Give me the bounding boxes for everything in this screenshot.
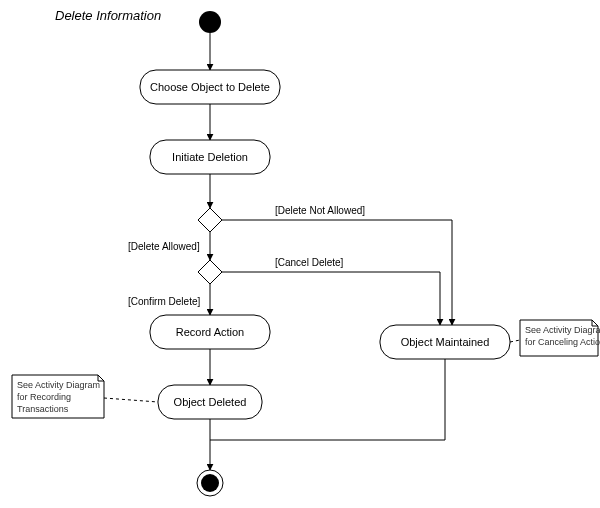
decision-allowed (198, 208, 222, 232)
svg-marker-0 (198, 208, 222, 232)
diagram-title: Delete Information (55, 8, 161, 23)
activity-choose-object-label: Choose Object to Delete (150, 81, 270, 93)
decision-confirm (198, 260, 222, 284)
note-recording-l1: See Activity Diagram (17, 380, 100, 390)
activity-initiate-deletion-label: Initiate Deletion (172, 151, 248, 163)
note-canceling-l1: See Activity Diagram (525, 325, 600, 335)
initial-node (199, 11, 221, 33)
note-recording-connector (104, 398, 158, 402)
note-canceling-l2: for Canceling Actions (525, 337, 600, 347)
note-recording-l2: for Recording (17, 392, 71, 402)
note-recording-transactions: See Activity Diagram for Recording Trans… (12, 375, 104, 418)
guard-delete-not-allowed: [Delete Not Allowed] (275, 205, 365, 216)
activity-object-maintained-label: Object Maintained (401, 336, 490, 348)
guard-cancel-delete: [Cancel Delete] (275, 257, 344, 268)
note-recording-l3: Transactions (17, 404, 69, 414)
note-canceling-connector (510, 340, 520, 342)
activity-record-action-label: Record Action (176, 326, 244, 338)
svg-point-3 (201, 474, 219, 492)
svg-marker-1 (198, 260, 222, 284)
final-node (197, 470, 223, 496)
activity-object-deleted-label: Object Deleted (174, 396, 247, 408)
activity-diagram: Delete Information Choose Object to Dele… (0, 0, 600, 508)
guard-confirm-delete: [Confirm Delete] (128, 296, 200, 307)
guard-delete-allowed: [Delete Allowed] (128, 241, 200, 252)
note-canceling-actions: See Activity Diagram for Canceling Actio… (520, 320, 600, 356)
